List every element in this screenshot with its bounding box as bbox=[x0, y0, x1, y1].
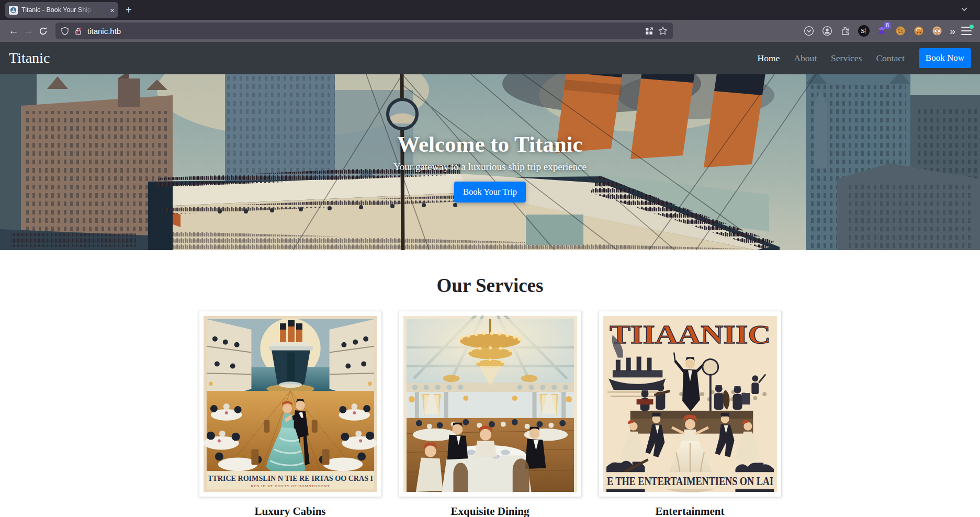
hero-subtitle: Your gateway to a luxurious ship trip ex… bbox=[393, 161, 587, 173]
hero-title: Welcome to Titanic bbox=[397, 131, 582, 157]
nav-link-home[interactable]: Home bbox=[758, 53, 780, 64]
site-favicon-icon bbox=[9, 6, 18, 15]
nav-link-about[interactable]: About bbox=[794, 53, 817, 64]
tab-bar: Titanic - Book Your Ship Tri × + bbox=[0, 0, 980, 20]
poster-gibberish-text: TTRICE ROIMSLIN N TIE RE IRTAS OO CRAS I bbox=[207, 474, 373, 482]
luxury-cabins-poster-image: TTRICE ROIMSLIN N TIE RE IRTAS OO CRAS I… bbox=[204, 316, 377, 492]
tracking-protection-shield-icon[interactable] bbox=[61, 27, 69, 36]
tab-close-icon[interactable]: × bbox=[110, 6, 115, 14]
services-section: Our Services bbox=[0, 274, 980, 517]
nav-link-services[interactable]: Services bbox=[831, 53, 862, 64]
poster-caption-text: E THE ENTERTAIMENTIENS ON LAI bbox=[606, 474, 773, 488]
cookie-swirl-icon[interactable] bbox=[913, 25, 925, 37]
nav-link-contact[interactable]: Contact bbox=[876, 53, 904, 64]
service-card-luxury-cabins[interactable]: TTRICE ROIMSLIN N TIE RE IRTAS OO CRAS I… bbox=[199, 311, 382, 497]
entertainment-poster-image: TIIAANIIC bbox=[603, 316, 777, 492]
book-now-button[interactable]: Book Now bbox=[919, 48, 971, 68]
extension-badge: 8 bbox=[884, 22, 891, 29]
forward-button[interactable]: → bbox=[21, 24, 36, 38]
card-title-luxury-cabins: Luxury Cabins bbox=[199, 497, 382, 517]
service-card-entertainment[interactable]: TIIAANIIC bbox=[599, 311, 782, 497]
pocket-icon[interactable] bbox=[803, 25, 815, 37]
card-title-entertainment: Entertainment bbox=[599, 497, 782, 517]
hero-overlay: Welcome to Titanic Your gateway to a lux… bbox=[0, 74, 980, 250]
hero-section: Welcome to Titanic Your gateway to a lux… bbox=[0, 74, 980, 250]
tab-title: Titanic - Book Your Ship Tri bbox=[21, 6, 95, 14]
card-titles-row: Luxury Cabins Exquisite Dining Entertain… bbox=[0, 497, 980, 517]
s-bang: ! bbox=[864, 27, 867, 35]
poster-gibberish-subtext: REN ID XE DOVTY OF DOMNTOIIONT bbox=[251, 484, 330, 488]
page-actions-grid-icon[interactable] bbox=[645, 27, 654, 36]
services-cards: TTRICE ROIMSLIN N TIE RE IRTAS OO CRAS I… bbox=[0, 311, 980, 497]
browser-toolbar: ← → titanic.htb bbox=[0, 20, 980, 42]
card-title-exquisite-dining: Exquisite Dining bbox=[399, 497, 582, 517]
bookmark-star-icon[interactable] bbox=[658, 26, 668, 36]
services-heading: Our Services bbox=[0, 274, 980, 297]
poster-title-text: TIIAANIIC bbox=[609, 319, 770, 349]
app-menu-hamburger-icon[interactable] bbox=[961, 27, 972, 35]
service-card-exquisite-dining[interactable] bbox=[399, 311, 582, 497]
menu-notification-dot bbox=[970, 25, 974, 29]
extensions-area: S ! 8 » bbox=[803, 25, 974, 37]
browser-tab[interactable]: Titanic - Book Your Ship Tri × bbox=[5, 2, 118, 18]
site-nav-links: Home About Services Contact Book Now bbox=[758, 48, 971, 68]
back-button[interactable]: ← bbox=[6, 24, 21, 38]
exquisite-dining-poster-image bbox=[403, 316, 577, 492]
list-tabs-chevron-icon[interactable] bbox=[960, 5, 968, 13]
insecure-lock-icon[interactable] bbox=[74, 27, 83, 36]
book-your-trip-button[interactable]: Book Your Trip bbox=[454, 182, 526, 203]
cookie-editor-icon[interactable] bbox=[895, 25, 906, 37]
site-navbar: Titanic Home About Services Contact Book… bbox=[0, 42, 980, 74]
face-glasses-icon[interactable] bbox=[931, 25, 943, 37]
url-text[interactable]: titanic.htb bbox=[87, 27, 640, 36]
wappalyzer-layers-icon[interactable]: 8 bbox=[876, 25, 888, 37]
overflow-menu-chevrons[interactable]: » bbox=[950, 25, 954, 37]
url-bar[interactable]: titanic.htb bbox=[55, 23, 673, 39]
extensions-puzzle-icon[interactable] bbox=[840, 25, 851, 37]
account-icon[interactable] bbox=[821, 25, 833, 37]
reload-button[interactable] bbox=[36, 24, 50, 38]
s-extension-icon[interactable]: S ! bbox=[858, 25, 870, 37]
browser-window: Titanic - Book Your Ship Tri × + ← → tit… bbox=[0, 0, 980, 517]
new-tab-button[interactable]: + bbox=[126, 4, 132, 16]
site-brand[interactable]: Titanic bbox=[9, 50, 50, 66]
